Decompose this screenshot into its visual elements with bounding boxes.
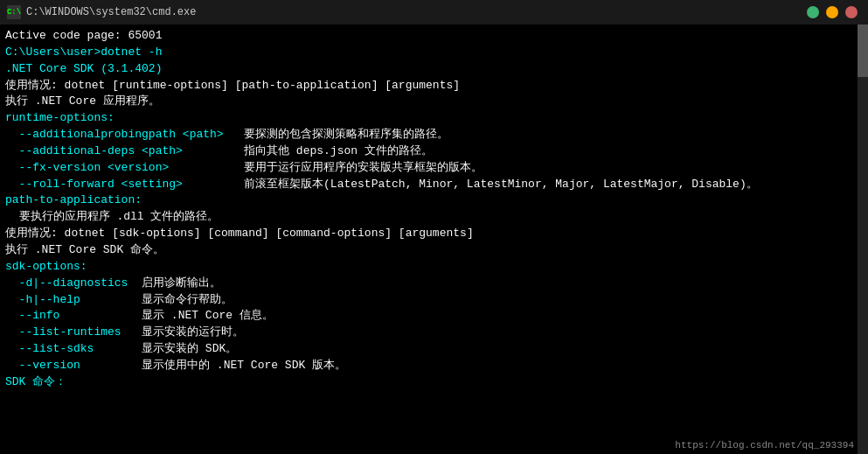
maximize-button[interactable] xyxy=(826,6,838,18)
terminal-line: .NET Core SDK (3.1.402) xyxy=(5,61,863,78)
cmd-icon: C:\ xyxy=(7,5,21,19)
terminal-line: 使用情况: dotnet [runtime-options] [path-to-… xyxy=(5,78,863,94)
terminal-line: --list-runtimes 显示安装的运行时。 xyxy=(5,325,863,341)
terminal-line: C:\Users\user>dotnet -h xyxy=(5,45,863,61)
title-bar-text: C:\WINDOWS\system32\cmd.exe xyxy=(26,6,861,18)
terminal-line: -h|--help 显示命令行帮助。 xyxy=(5,292,863,309)
terminal-line: 使用情况: dotnet [sdk-options] [command] [co… xyxy=(5,226,863,242)
terminal-line: --additionalprobingpath <path> 要探测的包含探测策… xyxy=(5,127,863,143)
terminal-line: Active code page: 65001 xyxy=(5,28,863,45)
scrollbar-thumb[interactable] xyxy=(858,24,868,77)
scrollbar[interactable] xyxy=(858,24,868,454)
terminal-body: Active code page: 65001C:\Users\user>dot… xyxy=(0,24,868,454)
terminal-line: sdk-options: xyxy=(5,259,863,276)
window-controls xyxy=(807,6,858,18)
terminal-line: runtime-options: xyxy=(5,110,863,127)
terminal-line: --list-sdks 显示安装的 SDK。 xyxy=(5,341,863,358)
terminal-line: SDK 命令： xyxy=(5,374,863,391)
terminal-line: --info 显示 .NET Core 信息。 xyxy=(5,308,863,325)
cmd-window: C:\ C:\WINDOWS\system32\cmd.exe Active c… xyxy=(0,0,868,454)
terminal-line: --roll-forward <setting> 前滚至框架版本(LatestP… xyxy=(5,177,863,193)
terminal-line: --additional-deps <path> 指向其他 deps.json … xyxy=(5,143,863,160)
terminal-line: --fx-version <version> 要用于运行应用程序的安装版共享框架… xyxy=(5,160,863,177)
terminal-line: --version 显示使用中的 .NET Core SDK 版本。 xyxy=(5,358,863,374)
terminal-line: 要执行的应用程序 .dll 文件的路径。 xyxy=(5,209,863,226)
terminal-line: 执行 .NET Core SDK 命令。 xyxy=(5,242,863,259)
watermark: https://blog.csdn.net/qq_293394 xyxy=(675,440,854,451)
terminal-line: path-to-application: xyxy=(5,192,863,209)
minimize-button[interactable] xyxy=(807,6,819,18)
close-button[interactable] xyxy=(845,6,858,18)
title-bar[interactable]: C:\ C:\WINDOWS\system32\cmd.exe xyxy=(0,0,868,24)
terminal-content: Active code page: 65001C:\Users\user>dot… xyxy=(5,28,863,391)
terminal-line: -d|--diagnostics 启用诊断输出。 xyxy=(5,276,863,292)
terminal-line: 执行 .NET Core 应用程序。 xyxy=(5,94,863,110)
